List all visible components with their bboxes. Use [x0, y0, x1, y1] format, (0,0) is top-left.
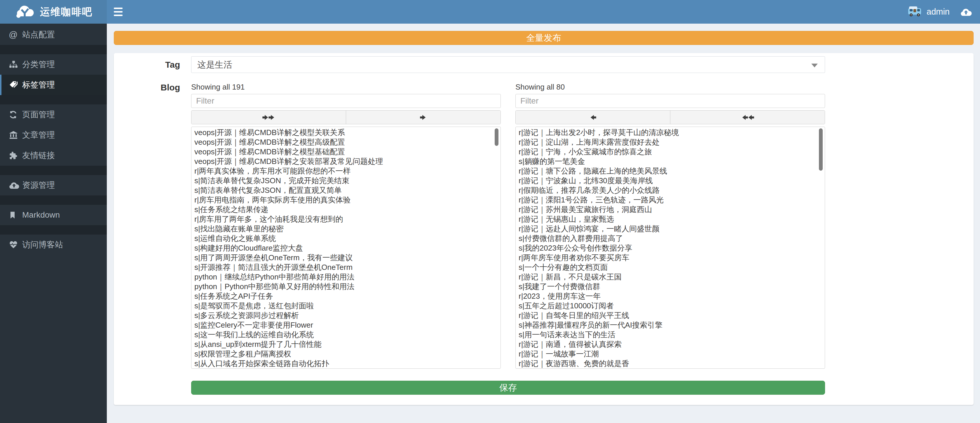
puzzle-icon [9, 151, 22, 160]
sidebar-item-pages[interactable]: 页面管理 [0, 105, 107, 125]
list-item[interactable]: r|游记｜自驾冬日里的绍兴平王线 [516, 311, 825, 320]
sidebar-item-visit-blog[interactable]: 访问博客站 [0, 235, 107, 255]
sidebar-item-tags[interactable]: 标签管理 [0, 75, 107, 95]
list-item[interactable]: r|游记｜塘下公路，隐藏在上海的绝美风景线 [516, 166, 825, 176]
list-item[interactable]: s|用了两周开源堡垒机OneTerm，我有一些建议 [191, 253, 501, 262]
save-button[interactable]: 保存 [191, 381, 825, 395]
list-item[interactable]: s|简洁表单替代复杂JSON，完成开始完美结束 [191, 176, 501, 186]
list-item[interactable]: r|游记｜苏州最美宝藏旅行地，洞庭西山 [516, 205, 825, 215]
app-title: 运维咖啡吧 [40, 5, 92, 19]
sidebar-item-links[interactable]: 友情链接 [0, 145, 107, 166]
list-item[interactable]: s|我的2023年公众号创作数据分享 [516, 243, 825, 253]
move-selected-right-button[interactable] [346, 111, 501, 124]
bookmark-icon [9, 211, 22, 219]
list-item[interactable]: s|我建了一个付费微信群 [516, 282, 825, 291]
tag-select[interactable]: 这是生活 [191, 56, 825, 73]
tag-editor-panel: Tag 这是生活 Blog Showing all 191 [114, 53, 974, 405]
sidebar-item-articles[interactable]: 文章管理 [0, 125, 107, 145]
sidebar-divider [0, 225, 107, 235]
list-item[interactable]: s|从入口域名开始探索全链路自动化拓扑 [191, 359, 501, 369]
list-item[interactable]: veops|开源｜维易CMDB详解之模型高级配置 [191, 137, 501, 147]
sidebar-item-category[interactable]: 分类管理 [0, 54, 107, 75]
list-item[interactable]: r|房车用电指南，两年实际房车使用的真实体验 [191, 195, 501, 205]
list-item[interactable]: s|任务系统之API子任务 [191, 291, 501, 301]
list-item[interactable]: s|多云系统之资源同步过程解析 [191, 311, 501, 320]
user-menu[interactable]: admin [904, 5, 953, 19]
sitemap-icon [9, 60, 22, 69]
list-item[interactable]: r|游记｜淀山湖，上海周末露营度假好去处 [516, 137, 825, 147]
available-posts-box: Showing all 191 [191, 83, 501, 369]
available-count-info: Showing all 191 [191, 83, 501, 91]
list-item[interactable]: s|从ansi_up到xterm提升了几十倍性能 [191, 340, 501, 349]
sidebar-divider [0, 196, 107, 205]
list-item[interactable]: r|游记｜远赴人间惊鸿宴，一睹人间盛世颜 [516, 224, 825, 234]
list-item[interactable]: r|游记｜无锡惠山，皇家甄选 [516, 215, 825, 224]
list-item[interactable]: r|假期临近，推荐几条景美人少的小众线路 [516, 186, 825, 195]
move-selected-left-button[interactable] [516, 111, 670, 124]
selected-filter-input[interactable] [515, 94, 825, 108]
move-all-left-button[interactable] [670, 111, 825, 124]
move-all-right-button[interactable] [191, 111, 346, 124]
tags-icon [9, 81, 22, 89]
dual-listbox: Showing all 191 [191, 83, 825, 369]
list-item[interactable]: s|神器推荐|最懂程序员的新一代AI搜索引擎 [516, 320, 825, 330]
list-item[interactable]: r|房车用了两年多，这个油耗我是没有想到的 [191, 215, 501, 224]
list-item[interactable]: r|游记｜一城故事一江潮 [516, 349, 825, 359]
list-item[interactable]: veops|开源｜维易CMDB详解之安装部署及常见问题处理 [191, 157, 501, 166]
sidebar: @ 站点配置 分类管理 [0, 24, 107, 423]
list-item[interactable]: r|两年真实体验，房车用水可能跟你想的不一样 [191, 166, 501, 176]
list-item[interactable]: s|是驾驭而不是焦虑，送红包封面啦 [191, 301, 501, 311]
list-item[interactable]: veops|开源｜维易CMDB详解之模型关联关系 [191, 128, 501, 137]
app-logo[interactable]: 运维咖啡吧 [0, 0, 107, 24]
list-item[interactable]: r|两年房车使用者劝你不要买房车 [516, 253, 825, 262]
cloud-logo-icon [14, 4, 36, 20]
navbar-main: admin [107, 0, 980, 24]
scrollbar-thumb[interactable] [495, 128, 498, 146]
available-filter-input[interactable] [191, 94, 501, 108]
selected-count-info: Showing all 80 [515, 83, 825, 91]
list-item[interactable]: r|游记｜宁波象山，北纬30度最美海岸线 [516, 176, 825, 186]
list-item[interactable]: s|躺赚的第一笔美金 [516, 157, 825, 166]
main-content: 全量发布 Tag 这是生活 Blog Showing all 191 [107, 24, 980, 423]
sidebar-divider [0, 95, 107, 105]
list-item[interactable]: python｜继续总结Python中那些简单好用的用法 [191, 272, 501, 282]
sidebar-item-label: 资源管理 [22, 180, 55, 191]
sidebar-item-site-config[interactable]: @ 站点配置 [0, 24, 107, 45]
list-item[interactable]: r|游记｜溧阳1号公路，三色轨迹，一路风光 [516, 195, 825, 205]
list-item[interactable]: r|游记｜夜游西塘、免费的就是香 [516, 359, 825, 369]
list-item[interactable]: python｜Python中那些简单又好用的特性和用法 [191, 282, 501, 291]
sidebar-item-label: 访问博客站 [22, 239, 63, 250]
list-item[interactable]: s|权限管理之多租户隔离授权 [191, 349, 501, 359]
list-item[interactable]: s|简洁表单替代复杂JSON，配置直观又简单 [191, 186, 501, 195]
list-item[interactable]: r|游记｜新昌，不只是碳水王国 [516, 272, 825, 282]
publish-all-button[interactable]: 全量发布 [114, 31, 974, 45]
list-item[interactable]: s|开源推荐｜简洁且强大的开源堡垒机OneTerm [191, 262, 501, 272]
list-item[interactable]: s|任务系统之结果传递 [191, 205, 501, 215]
list-item[interactable]: s|监控Celery不一定非要使用Flower [191, 320, 501, 330]
double-right-arrow-icon [268, 113, 276, 121]
list-item[interactable]: s|运维自动化之账单系统 [191, 234, 501, 243]
list-item[interactable]: s|构建好用的Cloudflare监控大盘 [191, 243, 501, 253]
list-item[interactable]: s|这一年我们上线的运维自动化系统 [191, 330, 501, 340]
list-item[interactable]: veops|开源｜维易CMDB详解之模型基础配置 [191, 147, 501, 157]
list-item[interactable]: r|游记｜上海出发2小时，探寻莫干山的清凉秘境 [516, 128, 825, 137]
scrollbar-thumb[interactable] [819, 128, 823, 171]
list-item[interactable]: r|游记｜宁海，小众宝藏城市的惊喜之旅 [516, 147, 825, 157]
sidebar-item-resources[interactable]: 资源管理 [0, 175, 107, 196]
list-item[interactable]: r|2023，使用房车这一年 [516, 291, 825, 301]
list-item[interactable]: s|用一句话来表达当下的生活 [516, 330, 825, 340]
list-item[interactable]: s|五年之后超过10000订阅者 [516, 301, 825, 311]
tag-label: Tag [114, 56, 191, 73]
list-item[interactable]: s|付费微信群的入群费用提高了 [516, 234, 825, 243]
list-item[interactable]: s|一个十分有趣的文档页面 [516, 262, 825, 272]
sidebar-item-label: Markdown [22, 210, 60, 219]
list-item[interactable]: s|找出隐藏在账单里的秘密 [191, 224, 501, 234]
list-item[interactable]: r|游记｜南通，值得被认真探索 [516, 340, 825, 349]
sidebar-toggle-icon[interactable] [114, 5, 127, 19]
bank-icon [9, 131, 22, 140]
sidebar-item-label: 站点配置 [22, 29, 55, 40]
sidebar-item-markdown[interactable]: Markdown [0, 205, 107, 225]
cloud-upload-icon[interactable] [960, 8, 972, 16]
sidebar-divider [0, 166, 107, 175]
top-navbar: 运维咖啡吧 admin [0, 0, 980, 24]
